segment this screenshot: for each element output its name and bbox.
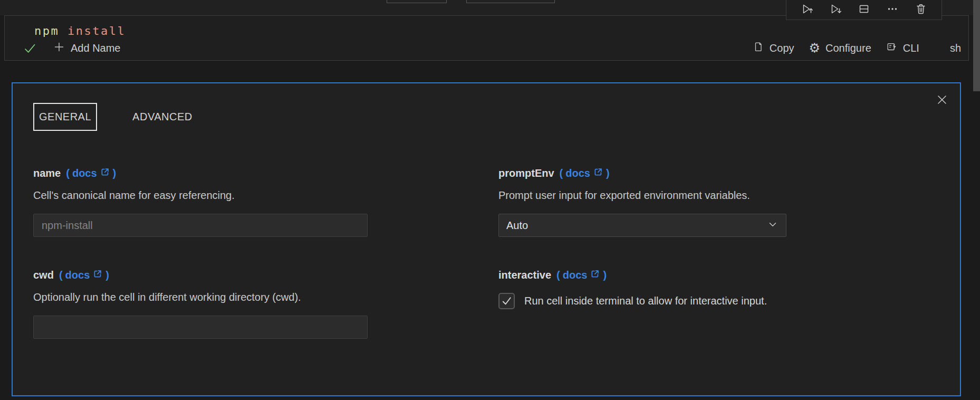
docs-link[interactable]: (docs) <box>560 167 610 179</box>
clipped-button[interactable] <box>466 0 555 3</box>
promptenv-selected-value: Auto <box>506 220 528 232</box>
field-promptenv: promptEnv (docs) Prompt user input for e… <box>498 166 786 237</box>
docs-label: docs <box>65 269 90 281</box>
configure-button[interactable]: ⚙ Configure <box>809 42 871 54</box>
more-actions-button[interactable] <box>885 2 900 18</box>
cell-configure-dialog: GENERAL ADVANCED name (docs) Cell's cano… <box>12 82 961 396</box>
gear-icon: ⚙ <box>809 42 821 54</box>
external-link-icon <box>100 167 110 179</box>
cwd-input[interactable] <box>33 316 368 339</box>
split-cell-button[interactable] <box>856 2 872 18</box>
field-label: cwd <box>33 269 54 281</box>
field-label: promptEnv <box>498 167 554 179</box>
plus-icon <box>53 41 65 55</box>
field-label: interactive <box>498 269 551 281</box>
cell-toolbar <box>786 0 942 20</box>
copy-label: Copy <box>770 42 794 54</box>
field-cwd-heading: cwd (docs) <box>33 268 368 282</box>
copy-button[interactable]: Copy <box>753 41 794 55</box>
more-actions-icon <box>886 3 899 17</box>
split-cell-icon <box>858 3 870 17</box>
code-editor[interactable]: npm install <box>34 24 126 37</box>
docs-paren-close: ) <box>113 167 117 179</box>
chevron-down-icon <box>767 218 779 233</box>
field-cwd: cwd (docs) Optionally run the cell in di… <box>33 268 368 339</box>
cell-status-bar: Add Name Copy ⚙ Configure CLI sh <box>23 40 961 56</box>
add-name-button[interactable]: Add Name <box>53 41 121 55</box>
execute-above-icon <box>801 3 813 17</box>
execute-above-button[interactable] <box>799 2 815 18</box>
field-promptenv-heading: promptEnv (docs) <box>498 166 786 180</box>
field-label: name <box>33 167 61 179</box>
configure-label: Configure <box>825 42 871 54</box>
cli-button[interactable]: CLI <box>886 41 919 55</box>
notebook-cell: npm install Add Name Copy ⚙ Configure <box>4 15 969 61</box>
close-button[interactable] <box>935 93 949 108</box>
check-icon <box>23 41 37 55</box>
close-icon <box>936 93 948 108</box>
docs-label: docs <box>565 167 590 179</box>
clipped-button[interactable] <box>387 0 447 3</box>
field-interactive-heading: interactive (docs) <box>498 268 941 282</box>
language-indicator[interactable]: sh <box>950 42 961 54</box>
code-token-argument: install <box>59 24 126 37</box>
field-name-heading: name (docs) <box>33 166 368 180</box>
interactive-checkbox-label: Run cell inside terminal to allow for in… <box>524 295 767 307</box>
docs-paren-close: ) <box>603 269 607 281</box>
field-description: Cell's canonical name for easy referenci… <box>33 189 368 202</box>
external-link-icon <box>593 167 603 179</box>
docs-paren-open: ( <box>556 269 560 281</box>
cli-label: CLI <box>903 42 919 54</box>
checkmark-icon <box>501 295 513 307</box>
add-name-label: Add Name <box>71 42 121 54</box>
dialog-tabs: GENERAL ADVANCED <box>33 103 198 131</box>
docs-paren-open: ( <box>560 167 563 179</box>
docs-link[interactable]: (docs) <box>59 269 109 281</box>
name-input[interactable] <box>33 214 368 237</box>
interactive-checkbox-row: Run cell inside terminal to allow for in… <box>498 293 941 309</box>
cli-icon <box>886 41 898 55</box>
execute-below-icon <box>829 3 842 17</box>
scrollbar-thumb[interactable] <box>973 0 980 91</box>
copy-icon <box>753 41 764 55</box>
notebook-screen: npm install Add Name Copy ⚙ Configure <box>0 0 980 400</box>
cell-actions: Copy ⚙ Configure CLI sh <box>753 41 961 55</box>
field-description: Optionally run the cell in different wor… <box>33 291 368 303</box>
docs-paren-close: ) <box>105 269 109 281</box>
docs-paren-open: ( <box>59 269 63 281</box>
promptenv-select[interactable]: Auto <box>498 214 786 237</box>
docs-label: docs <box>563 269 588 281</box>
code-token-command: npm <box>34 24 59 37</box>
external-link-icon <box>590 269 600 281</box>
field-interactive: interactive (docs) Run cell inside termi… <box>498 268 941 309</box>
field-description: Prompt user input for exported environme… <box>498 189 786 202</box>
docs-paren-open: ( <box>66 167 70 179</box>
field-name: name (docs) Cell's canonical name for ea… <box>33 166 368 237</box>
execute-below-button[interactable] <box>828 2 843 18</box>
docs-label: docs <box>72 167 97 179</box>
interactive-checkbox[interactable] <box>498 293 515 309</box>
tab-general[interactable]: GENERAL <box>33 103 97 131</box>
tab-advanced[interactable]: ADVANCED <box>127 103 198 131</box>
docs-link[interactable]: (docs) <box>556 269 607 281</box>
docs-link[interactable]: (docs) <box>66 167 116 179</box>
docs-paren-close: ) <box>606 167 610 179</box>
delete-cell-button[interactable] <box>913 2 929 18</box>
delete-cell-icon <box>915 3 927 17</box>
external-link-icon <box>92 269 103 281</box>
